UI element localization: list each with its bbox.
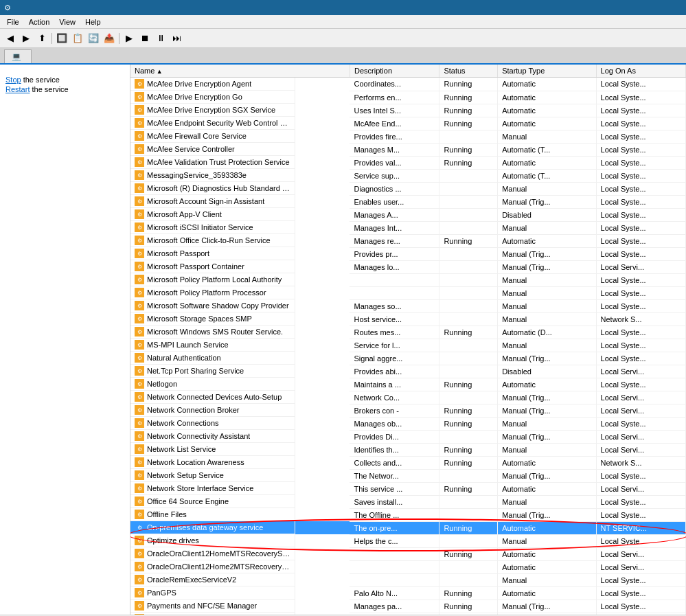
table-row[interactable]: ⚙McAfee Drive Encryption SGX ServiceUses… bbox=[130, 104, 686, 117]
cell-startup: Manual bbox=[498, 273, 596, 286]
cell-description: Collects and... bbox=[350, 456, 439, 469]
table-row[interactable]: ⚙Network Connected Devices Auto-SetupNet… bbox=[130, 391, 686, 404]
table-row[interactable]: ⚙Microsoft Passport ContainerManages lo.… bbox=[130, 260, 686, 273]
cell-logon: Local Syste... bbox=[596, 508, 685, 521]
toolbar-btn-play[interactable]: ▶ bbox=[122, 31, 137, 46]
cell-description: Provides pr... bbox=[350, 247, 439, 260]
cell-description: Provides Di... bbox=[350, 430, 439, 443]
table-row[interactable]: ⚙McAfee Drive Encryption GoPerforms en..… bbox=[130, 91, 686, 104]
service-icon: ⚙ bbox=[135, 405, 144, 415]
toolbar-btn-show-hide[interactable]: 🔲 bbox=[54, 31, 69, 46]
table-row[interactable]: ⚙MessagingService_3593383eService sup...… bbox=[130, 169, 686, 182]
table-row[interactable]: ⚙MS-MPI Launch ServiceService for l...Ma… bbox=[130, 339, 686, 352]
cell-status bbox=[439, 247, 498, 260]
table-row[interactable]: ⚙Microsoft Windows SMS Router Service.Ro… bbox=[130, 326, 686, 339]
cell-name: ⚙Office 64 Source Engine bbox=[130, 495, 295, 508]
menu-view[interactable]: View bbox=[55, 16, 80, 27]
restart-link[interactable]: Restart bbox=[5, 85, 30, 93]
action-restart[interactable]: Restart the service bbox=[5, 85, 124, 93]
table-row[interactable]: ⚙Microsoft Policy Platform Local Authori… bbox=[130, 273, 686, 286]
cell-startup: Manual (Trig... bbox=[498, 260, 596, 273]
service-name: McAfee Firewall Core Service bbox=[147, 132, 247, 140]
cell-description: This service ... bbox=[350, 482, 439, 495]
table-row[interactable]: ⚙Optimize drivesHelps the c...ManualLoca… bbox=[130, 534, 686, 547]
table-row[interactable]: ⚙McAfee Firewall Core ServiceProvides fi… bbox=[130, 130, 686, 143]
cell-description bbox=[350, 286, 439, 299]
menu-file[interactable]: File bbox=[3, 16, 23, 27]
service-name: Microsoft Policy Platform Processor bbox=[147, 288, 266, 297]
cell-logon: Local Syste... bbox=[596, 234, 685, 247]
table-row[interactable]: ⚙Payments and NFC/SE ManagerManages pa..… bbox=[130, 600, 686, 613]
table-row[interactable]: ⚙McAfee Validation Trust Protection Serv… bbox=[130, 156, 686, 169]
table-row[interactable]: ⚙Microsoft Software Shadow Copy Provider… bbox=[130, 299, 686, 312]
table-row[interactable]: ⚙Network Location AwarenessCollects and.… bbox=[130, 456, 686, 469]
cell-name: ⚙Microsoft iSCSI Initiator Service bbox=[130, 221, 295, 234]
table-row[interactable]: ⚙Microsoft Policy Platform ProcessorManu… bbox=[130, 286, 686, 299]
toolbar-btn-export[interactable]: 📤 bbox=[102, 31, 117, 46]
table-row[interactable]: ⚙OracleRemExecServiceV2ManualLocal Syste… bbox=[130, 573, 686, 586]
cell-name: ⚙Microsoft Account Sign-in Assistant bbox=[130, 195, 295, 208]
service-name: Network Connected Devices Auto-Setup bbox=[147, 393, 282, 401]
table-row[interactable]: ⚙Microsoft Storage Spaces SMPHost servic… bbox=[130, 312, 686, 326]
table-row[interactable]: ⚙Microsoft Account Sign-in AssistantEnab… bbox=[130, 195, 686, 208]
table-row[interactable]: ⚙OracleOraClient12HomeMTSRecoveryService… bbox=[130, 547, 686, 560]
menu-action[interactable]: Action bbox=[25, 16, 54, 27]
table-row[interactable]: ⚙Peer Name Resolution ProtocolEnables se… bbox=[130, 613, 686, 615]
cell-status bbox=[439, 365, 498, 378]
cell-status: Running bbox=[439, 91, 498, 104]
col-name[interactable]: Name bbox=[130, 65, 350, 78]
cell-status: Running bbox=[439, 378, 498, 391]
col-startup-type[interactable]: Startup Type bbox=[498, 65, 596, 78]
stop-link[interactable]: Stop bbox=[5, 76, 21, 84]
cell-startup: Automatic (D... bbox=[498, 326, 596, 339]
table-row[interactable]: ⚙On-premises data gateway serviceThe on-… bbox=[130, 521, 686, 534]
table-row[interactable]: ⚙Offline FilesThe Offline ...Manual (Tri… bbox=[130, 508, 686, 521]
table-row[interactable]: ⚙Network Store Interface ServiceThis ser… bbox=[130, 482, 686, 495]
table-row[interactable]: ⚙Net.Tcp Port Sharing ServiceProvides ab… bbox=[130, 365, 686, 378]
menu-help[interactable]: Help bbox=[81, 16, 105, 27]
toolbar-btn-up[interactable]: ⬆ bbox=[34, 31, 49, 46]
service-name: McAfee Validation Trust Protection Servi… bbox=[147, 158, 290, 166]
table-row[interactable]: ⚙Network Connectivity AssistantProvides … bbox=[130, 430, 686, 443]
table-row[interactable]: ⚙Network ConnectionsManages ob...Running… bbox=[130, 417, 686, 430]
toolbar-btn-refresh[interactable]: 🔄 bbox=[86, 31, 101, 46]
cell-name: ⚙Microsoft Policy Platform Processor bbox=[130, 286, 295, 299]
table-row[interactable]: ⚙Microsoft (R) Diagnostics Hub Standard … bbox=[130, 182, 686, 195]
table-row[interactable]: ⚙Natural AuthenticationSignal aggre...Ma… bbox=[130, 352, 686, 365]
table-row[interactable]: ⚙McAfee Service ControllerManages M...Ru… bbox=[130, 143, 686, 156]
toolbar-btn-stop[interactable]: ⏹ bbox=[137, 31, 152, 46]
table-row[interactable]: ⚙Network Setup ServiceThe Networ...Manua… bbox=[130, 469, 686, 482]
table-row[interactable]: ⚙PanGPSPalo Alto N...RunningAutomaticLoc… bbox=[130, 586, 686, 600]
col-description[interactable]: Description bbox=[350, 65, 439, 78]
table-row[interactable]: ⚙Microsoft App-V ClientManages A...Disab… bbox=[130, 208, 686, 221]
toolbar-btn-properties[interactable]: 📋 bbox=[70, 31, 85, 46]
toolbar-btn-forward[interactable]: ▶ bbox=[19, 31, 34, 46]
right-panel[interactable]: Name Description Status Startup Type Log… bbox=[130, 65, 686, 615]
table-row[interactable]: ⚙Microsoft iSCSI Initiator ServiceManage… bbox=[130, 221, 686, 234]
cell-description: Enables serv... bbox=[350, 613, 439, 615]
table-row[interactable]: ⚙OracleOraClient12Home2MTSRecoveryServic… bbox=[130, 560, 686, 573]
table-row[interactable]: ⚙NetlogonMaintains a ...RunningAutomatic… bbox=[130, 378, 686, 391]
service-icon: ⚙ bbox=[135, 470, 144, 480]
cell-name: ⚙Network Setup Service bbox=[130, 469, 295, 482]
tab-services-local: 💻 bbox=[4, 49, 32, 63]
table-row[interactable]: ⚙McAfee Drive Encryption AgentCoordinate… bbox=[130, 78, 686, 91]
toolbar-btn-pause[interactable]: ⏸ bbox=[153, 31, 168, 46]
toolbar-btn-back[interactable]: ◀ bbox=[3, 31, 18, 46]
table-row[interactable]: ⚙Microsoft Office Click-to-Run ServiceMa… bbox=[130, 234, 686, 247]
cell-description: Service for l... bbox=[350, 339, 439, 352]
cell-status bbox=[439, 195, 498, 208]
action-stop[interactable]: Stop the service bbox=[5, 76, 124, 84]
col-logon-as[interactable]: Log On As bbox=[596, 65, 685, 78]
table-row[interactable]: ⚙Network List ServiceIdentifies th...Run… bbox=[130, 443, 686, 456]
col-status[interactable]: Status bbox=[439, 65, 498, 78]
toolbar-btn-restart[interactable]: ⏭ bbox=[169, 31, 184, 46]
table-row[interactable]: ⚙Microsoft PassportProvides pr...Manual … bbox=[130, 247, 686, 260]
service-name: Network Location Awareness bbox=[147, 458, 244, 466]
table-row[interactable]: ⚙McAfee Endpoint Security Web Control Se… bbox=[130, 117, 686, 130]
service-icon: ⚙ bbox=[135, 457, 144, 467]
table-row[interactable]: ⚙Office 64 Source EngineSaves install...… bbox=[130, 495, 686, 508]
service-icon: ⚙ bbox=[135, 340, 144, 350]
cell-description: Performs en... bbox=[350, 91, 439, 104]
table-row[interactable]: ⚙Network Connection BrokerBrokers con -R… bbox=[130, 404, 686, 417]
